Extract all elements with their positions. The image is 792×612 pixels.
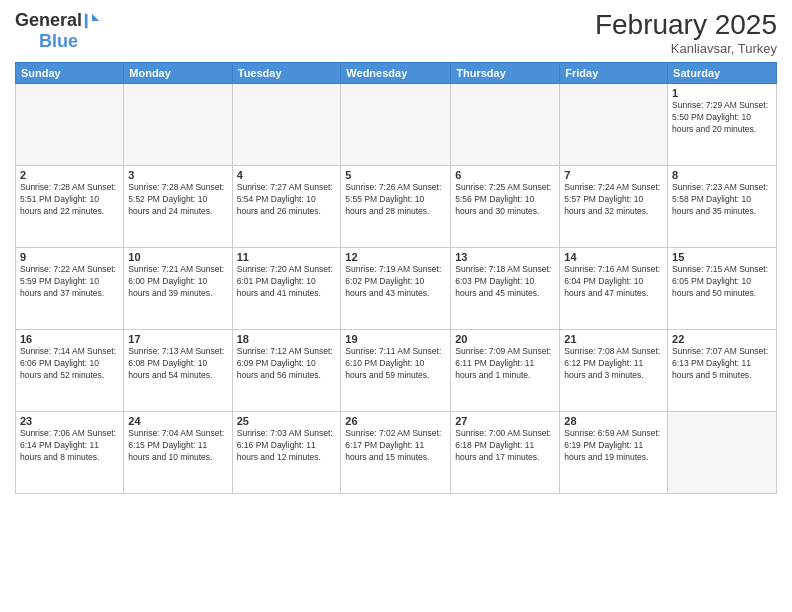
day-number: 26	[345, 415, 446, 427]
calendar-cell: 16Sunrise: 7:14 AM Sunset: 6:06 PM Dayli…	[16, 329, 124, 411]
header-row: Sunday Monday Tuesday Wednesday Thursday…	[16, 62, 777, 83]
day-number: 22	[672, 333, 772, 345]
day-info: Sunrise: 7:04 AM Sunset: 6:15 PM Dayligh…	[128, 428, 227, 464]
col-saturday: Saturday	[668, 62, 777, 83]
day-info: Sunrise: 7:11 AM Sunset: 6:10 PM Dayligh…	[345, 346, 446, 382]
day-info: Sunrise: 7:18 AM Sunset: 6:03 PM Dayligh…	[455, 264, 555, 300]
day-number: 5	[345, 169, 446, 181]
calendar-cell: 18Sunrise: 7:12 AM Sunset: 6:09 PM Dayli…	[232, 329, 341, 411]
calendar-cell: 2Sunrise: 7:28 AM Sunset: 5:51 PM Daylig…	[16, 165, 124, 247]
logo-blue-text: Blue	[39, 31, 78, 52]
calendar-cell: 1Sunrise: 7:29 AM Sunset: 5:50 PM Daylig…	[668, 83, 777, 165]
day-info: Sunrise: 7:16 AM Sunset: 6:04 PM Dayligh…	[564, 264, 663, 300]
day-number: 20	[455, 333, 555, 345]
day-number: 12	[345, 251, 446, 263]
calendar-table: Sunday Monday Tuesday Wednesday Thursday…	[15, 62, 777, 494]
logo-general-text: General	[15, 10, 82, 31]
day-info: Sunrise: 7:21 AM Sunset: 6:00 PM Dayligh…	[128, 264, 227, 300]
day-info: Sunrise: 7:15 AM Sunset: 6:05 PM Dayligh…	[672, 264, 772, 300]
day-number: 9	[20, 251, 119, 263]
logo-flag-icon	[83, 12, 101, 30]
calendar-cell: 22Sunrise: 7:07 AM Sunset: 6:13 PM Dayli…	[668, 329, 777, 411]
calendar-cell: 23Sunrise: 7:06 AM Sunset: 6:14 PM Dayli…	[16, 411, 124, 493]
day-number: 15	[672, 251, 772, 263]
day-info: Sunrise: 7:13 AM Sunset: 6:08 PM Dayligh…	[128, 346, 227, 382]
day-number: 10	[128, 251, 227, 263]
calendar-cell: 5Sunrise: 7:26 AM Sunset: 5:55 PM Daylig…	[341, 165, 451, 247]
calendar-cell: 6Sunrise: 7:25 AM Sunset: 5:56 PM Daylig…	[451, 165, 560, 247]
day-number: 27	[455, 415, 555, 427]
day-info: Sunrise: 7:00 AM Sunset: 6:18 PM Dayligh…	[455, 428, 555, 464]
svg-rect-1	[85, 13, 88, 27]
calendar-cell: 13Sunrise: 7:18 AM Sunset: 6:03 PM Dayli…	[451, 247, 560, 329]
calendar-cell: 12Sunrise: 7:19 AM Sunset: 6:02 PM Dayli…	[341, 247, 451, 329]
calendar-cell: 19Sunrise: 7:11 AM Sunset: 6:10 PM Dayli…	[341, 329, 451, 411]
month-title: February 2025	[595, 10, 777, 41]
calendar-cell	[341, 83, 451, 165]
day-number: 19	[345, 333, 446, 345]
day-number: 21	[564, 333, 663, 345]
calendar-cell	[668, 411, 777, 493]
calendar-cell: 4Sunrise: 7:27 AM Sunset: 5:54 PM Daylig…	[232, 165, 341, 247]
calendar-cell	[232, 83, 341, 165]
calendar-cell: 3Sunrise: 7:28 AM Sunset: 5:52 PM Daylig…	[124, 165, 232, 247]
day-info: Sunrise: 7:27 AM Sunset: 5:54 PM Dayligh…	[237, 182, 337, 218]
calendar-body: 1Sunrise: 7:29 AM Sunset: 5:50 PM Daylig…	[16, 83, 777, 493]
calendar-cell: 20Sunrise: 7:09 AM Sunset: 6:11 PM Dayli…	[451, 329, 560, 411]
calendar-cell: 14Sunrise: 7:16 AM Sunset: 6:04 PM Dayli…	[560, 247, 668, 329]
calendar-cell: 21Sunrise: 7:08 AM Sunset: 6:12 PM Dayli…	[560, 329, 668, 411]
day-number: 24	[128, 415, 227, 427]
calendar-cell	[124, 83, 232, 165]
day-number: 6	[455, 169, 555, 181]
day-number: 7	[564, 169, 663, 181]
day-number: 28	[564, 415, 663, 427]
calendar-cell: 9Sunrise: 7:22 AM Sunset: 5:59 PM Daylig…	[16, 247, 124, 329]
day-info: Sunrise: 7:07 AM Sunset: 6:13 PM Dayligh…	[672, 346, 772, 382]
col-tuesday: Tuesday	[232, 62, 341, 83]
page: General Blue February 2025 Kanliavsar, T…	[0, 0, 792, 612]
day-info: Sunrise: 7:20 AM Sunset: 6:01 PM Dayligh…	[237, 264, 337, 300]
day-number: 23	[20, 415, 119, 427]
calendar-cell	[451, 83, 560, 165]
col-monday: Monday	[124, 62, 232, 83]
day-info: Sunrise: 7:23 AM Sunset: 5:58 PM Dayligh…	[672, 182, 772, 218]
calendar-cell	[16, 83, 124, 165]
calendar-cell: 24Sunrise: 7:04 AM Sunset: 6:15 PM Dayli…	[124, 411, 232, 493]
calendar-week-4: 16Sunrise: 7:14 AM Sunset: 6:06 PM Dayli…	[16, 329, 777, 411]
day-number: 17	[128, 333, 227, 345]
calendar-cell: 26Sunrise: 7:02 AM Sunset: 6:17 PM Dayli…	[341, 411, 451, 493]
day-info: Sunrise: 7:09 AM Sunset: 6:11 PM Dayligh…	[455, 346, 555, 382]
day-info: Sunrise: 6:59 AM Sunset: 6:19 PM Dayligh…	[564, 428, 663, 464]
calendar-cell: 28Sunrise: 6:59 AM Sunset: 6:19 PM Dayli…	[560, 411, 668, 493]
day-number: 16	[20, 333, 119, 345]
day-number: 3	[128, 169, 227, 181]
col-sunday: Sunday	[16, 62, 124, 83]
day-number: 2	[20, 169, 119, 181]
day-number: 11	[237, 251, 337, 263]
day-info: Sunrise: 7:26 AM Sunset: 5:55 PM Dayligh…	[345, 182, 446, 218]
col-friday: Friday	[560, 62, 668, 83]
calendar-cell: 10Sunrise: 7:21 AM Sunset: 6:00 PM Dayli…	[124, 247, 232, 329]
day-info: Sunrise: 7:28 AM Sunset: 5:52 PM Dayligh…	[128, 182, 227, 218]
day-info: Sunrise: 7:06 AM Sunset: 6:14 PM Dayligh…	[20, 428, 119, 464]
day-info: Sunrise: 7:28 AM Sunset: 5:51 PM Dayligh…	[20, 182, 119, 218]
calendar-cell: 17Sunrise: 7:13 AM Sunset: 6:08 PM Dayli…	[124, 329, 232, 411]
day-number: 1	[672, 87, 772, 99]
day-info: Sunrise: 7:03 AM Sunset: 6:16 PM Dayligh…	[237, 428, 337, 464]
day-info: Sunrise: 7:12 AM Sunset: 6:09 PM Dayligh…	[237, 346, 337, 382]
day-number: 14	[564, 251, 663, 263]
logo: General Blue	[15, 10, 101, 52]
calendar-cell: 27Sunrise: 7:00 AM Sunset: 6:18 PM Dayli…	[451, 411, 560, 493]
calendar-week-2: 2Sunrise: 7:28 AM Sunset: 5:51 PM Daylig…	[16, 165, 777, 247]
calendar-cell: 25Sunrise: 7:03 AM Sunset: 6:16 PM Dayli…	[232, 411, 341, 493]
day-info: Sunrise: 7:19 AM Sunset: 6:02 PM Dayligh…	[345, 264, 446, 300]
day-number: 4	[237, 169, 337, 181]
day-info: Sunrise: 7:02 AM Sunset: 6:17 PM Dayligh…	[345, 428, 446, 464]
day-info: Sunrise: 7:24 AM Sunset: 5:57 PM Dayligh…	[564, 182, 663, 218]
day-number: 18	[237, 333, 337, 345]
calendar-cell	[560, 83, 668, 165]
calendar-cell: 11Sunrise: 7:20 AM Sunset: 6:01 PM Dayli…	[232, 247, 341, 329]
calendar-week-5: 23Sunrise: 7:06 AM Sunset: 6:14 PM Dayli…	[16, 411, 777, 493]
svg-marker-0	[92, 13, 99, 20]
calendar-cell: 15Sunrise: 7:15 AM Sunset: 6:05 PM Dayli…	[668, 247, 777, 329]
